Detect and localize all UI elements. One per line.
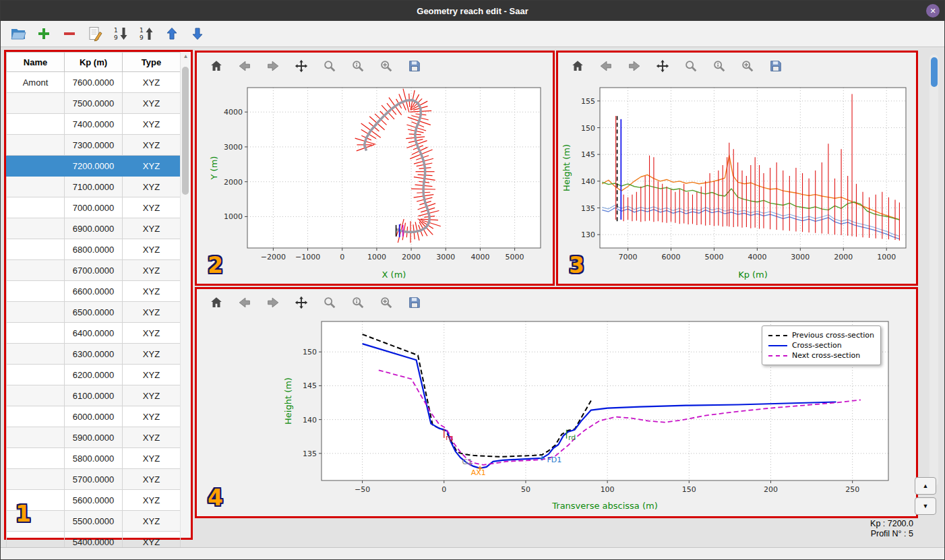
close-button[interactable]: ✕ [926, 4, 940, 18]
table-scrollbar[interactable]: ▲ [180, 52, 191, 538]
zoom-info-button[interactable] [348, 56, 368, 76]
table-row[interactable]: 6900.0000XYZ [7, 218, 181, 239]
save-button[interactable] [404, 56, 425, 76]
table-row[interactable]: 7300.0000XYZ [7, 135, 181, 156]
pan-button[interactable] [652, 56, 673, 76]
svg-text:9: 9 [140, 34, 144, 41]
svg-text:3000: 3000 [436, 253, 455, 261]
home-button[interactable] [568, 56, 588, 76]
table-row[interactable]: 6400.0000XYZ [7, 323, 181, 344]
table-row[interactable]: 6800.0000XYZ [7, 239, 181, 260]
svg-text:4000: 4000 [748, 253, 766, 261]
zoom-icon [322, 295, 337, 310]
table-cell: XYZ [123, 281, 181, 302]
zoom-info-button[interactable] [709, 56, 729, 76]
svg-text:0: 0 [340, 253, 344, 261]
add-profile-button[interactable] [34, 24, 53, 43]
zoom-button[interactable] [319, 292, 340, 313]
table-cell: 6100.0000 [65, 385, 123, 406]
table-row[interactable]: 5900.0000XYZ [7, 427, 181, 448]
table-row[interactable]: 6700.0000XYZ [7, 260, 181, 281]
legend-label: Next cross-section [792, 351, 860, 360]
pan-icon [294, 295, 309, 310]
cross-section-plot[interactable]: Previous cross-sectionCross-sectionNext … [197, 316, 916, 516]
profile-up-button[interactable]: ▲ [915, 477, 936, 495]
table-row[interactable]: 6600.0000XYZ [7, 281, 181, 302]
legend-line-sample [768, 345, 787, 346]
delete-profile-button[interactable] [60, 24, 79, 43]
profiles-table-panel: NameKp (m)Type Amont7600.0000XYZ7500.000… [4, 50, 193, 540]
longitudinal-profile-chart: 7000600050004000300020001000130135140145… [558, 80, 915, 282]
pan-button[interactable] [291, 292, 311, 313]
status-bar [1, 547, 944, 559]
back-button[interactable] [596, 56, 616, 76]
svg-text:100: 100 [601, 485, 615, 494]
sort-descending-button[interactable]: 19 [111, 24, 130, 43]
table-scrollbar-thumb[interactable] [182, 67, 189, 195]
back-button[interactable] [235, 292, 255, 313]
move-up-button[interactable] [162, 24, 181, 43]
table-cell [7, 511, 65, 532]
svg-text:1000: 1000 [367, 253, 386, 261]
legend-label: Cross-section [792, 341, 842, 350]
profile-down-button[interactable]: ▼ [915, 497, 936, 515]
save-button[interactable] [404, 292, 425, 313]
table-row[interactable]: 7500.0000XYZ [7, 93, 181, 114]
zoom-button[interactable] [681, 56, 701, 76]
plus-icon [36, 26, 51, 41]
table-cell: XYZ [123, 177, 181, 197]
table-cell: 5700.0000 [65, 469, 123, 490]
svg-text:1000: 1000 [877, 253, 896, 261]
home-button[interactable] [206, 292, 226, 313]
table-row[interactable]: 5600.0000XYZ [7, 490, 181, 511]
open-file-button[interactable] [9, 24, 28, 43]
table-row[interactable]: 7400.0000XYZ [7, 114, 181, 135]
table-row[interactable]: 6000.0000XYZ [7, 406, 181, 427]
table-row[interactable]: 6300.0000XYZ [7, 344, 181, 365]
column-header-kp-m[interactable]: Kp (m) [65, 53, 123, 72]
save-button[interactable] [766, 56, 786, 76]
table-row[interactable]: 6100.0000XYZ [7, 385, 181, 406]
svg-text:1000: 1000 [224, 212, 243, 221]
zoom-plus-button[interactable] [376, 56, 396, 76]
svg-text:150: 150 [682, 485, 696, 494]
table-cell: 6000.0000 [65, 406, 123, 427]
zoom-info-button[interactable] [348, 292, 368, 313]
window-scrollbar[interactable] [929, 55, 938, 486]
table-row[interactable]: 6500.0000XYZ [7, 302, 181, 323]
edit-profile-button[interactable] [86, 24, 104, 43]
forward-button[interactable] [263, 292, 283, 313]
scroll-up-icon[interactable]: ▲ [181, 53, 191, 59]
zoom-plus-icon [740, 59, 755, 73]
zoom-button[interactable] [319, 56, 340, 76]
forward-button[interactable] [263, 56, 283, 76]
column-header-type[interactable]: Type [123, 53, 181, 72]
plan-view-plot[interactable]: −2000−1000010002000300040005000100020003… [197, 80, 553, 284]
table-row[interactable]: Amont7600.0000XYZ [7, 72, 181, 93]
window-title: Geometry reach edit - Saar [417, 6, 528, 16]
column-header-name[interactable]: Name [7, 53, 65, 72]
pan-button[interactable] [291, 56, 311, 76]
move-down-button[interactable] [188, 24, 207, 43]
longitudinal-profile-plot[interactable]: 7000600050004000300020001000130135140145… [558, 80, 916, 284]
forward-icon [627, 59, 642, 73]
table-row[interactable]: 5700.0000XYZ [7, 469, 181, 490]
back-button[interactable] [235, 56, 255, 76]
table-row[interactable]: 5800.0000XYZ [7, 448, 181, 469]
legend: Previous cross-sectionCross-sectionNext … [762, 325, 881, 365]
table-row[interactable]: 7100.0000XYZ [7, 177, 181, 197]
x-axis-label: Kp (m) [738, 270, 768, 280]
table-cell [7, 156, 65, 177]
table-row[interactable]: 5500.0000XYZ [7, 511, 181, 532]
table-row[interactable]: 7200.0000XYZ [7, 156, 181, 177]
zoom-plus-button[interactable] [376, 292, 396, 313]
sort-ascending-button[interactable]: 19 [137, 24, 156, 43]
home-button[interactable] [206, 56, 226, 76]
forward-button[interactable] [624, 56, 644, 76]
zoom-plus-button[interactable] [737, 56, 758, 76]
window-scrollbar-thumb[interactable] [931, 57, 938, 87]
table-cell: 7400.0000 [65, 114, 123, 135]
table-row[interactable]: 7000.0000XYZ [7, 197, 181, 218]
table-cell [7, 448, 65, 469]
table-row[interactable]: 6200.0000XYZ [7, 365, 181, 385]
